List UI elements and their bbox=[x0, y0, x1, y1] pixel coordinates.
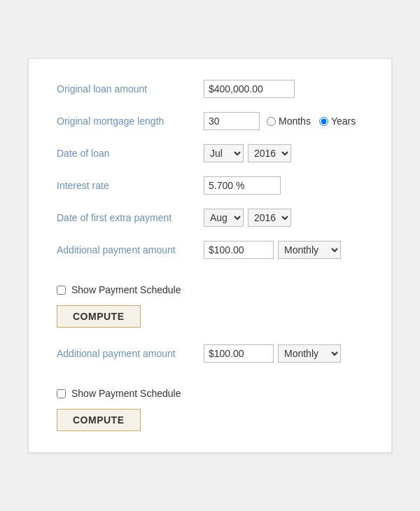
date-of-loan-group: Jul JanFebMarApr MayJunAugSep OctNovDec … bbox=[204, 144, 291, 162]
interest-rate-row: Interest rate bbox=[57, 176, 363, 195]
length-unit-group: Months Years bbox=[267, 115, 356, 127]
additional-payment-input-2[interactable] bbox=[204, 344, 274, 363]
payment-group-2: Monthly Weekly Bi-weekly Yearly bbox=[204, 344, 341, 363]
mortgage-length-label: Original mortgage length bbox=[57, 115, 204, 127]
loan-month-select[interactable]: Jul JanFebMarApr MayJunAugSep OctNovDec bbox=[204, 144, 244, 162]
date-of-loan-label: Date of loan bbox=[57, 148, 204, 159]
loan-amount-label: Original loan amount bbox=[57, 83, 204, 94]
first-extra-date-group: Aug JanFebMarApr MayJunJulSep OctNovDec … bbox=[204, 209, 291, 227]
frequency-select-2[interactable]: Monthly Weekly Bi-weekly Yearly bbox=[278, 344, 341, 363]
loan-amount-input[interactable] bbox=[204, 80, 295, 98]
show-schedule-checkbox-1[interactable] bbox=[57, 286, 66, 295]
show-schedule-row-2: Show Payment Schedule bbox=[57, 388, 363, 399]
show-schedule-checkbox-2[interactable] bbox=[57, 389, 66, 398]
show-schedule-label-2[interactable]: Show Payment Schedule bbox=[71, 388, 181, 399]
compute-button-1[interactable]: COMPUTE bbox=[57, 305, 141, 328]
compute-button-2[interactable]: COMPUTE bbox=[57, 409, 141, 431]
interest-rate-input[interactable] bbox=[204, 176, 281, 195]
additional-payment-row-2: Additional payment amount Monthly Weekly… bbox=[57, 344, 363, 363]
frequency-select-1[interactable]: Monthly Weekly Bi-weekly Yearly bbox=[278, 241, 341, 259]
date-of-loan-row: Date of loan Jul JanFebMarApr MayJunAugS… bbox=[57, 144, 363, 162]
months-radio-label[interactable]: Months bbox=[267, 115, 311, 127]
payment-group-1: Monthly Weekly Bi-weekly Yearly bbox=[204, 241, 341, 259]
additional-payment-row-1: Additional payment amount Monthly Weekly… bbox=[57, 241, 363, 259]
years-label: Years bbox=[331, 115, 356, 127]
mortgage-length-row: Original mortgage length Months Years bbox=[57, 112, 363, 130]
loan-year-select[interactable]: 2016 201320142015 20172018 bbox=[248, 144, 291, 162]
months-label: Months bbox=[279, 115, 311, 127]
mortgage-length-input[interactable] bbox=[204, 112, 260, 130]
years-radio[interactable] bbox=[319, 117, 328, 126]
loan-amount-row: Original loan amount bbox=[57, 80, 363, 98]
spacer-1 bbox=[57, 273, 363, 284]
months-radio[interactable] bbox=[267, 117, 276, 126]
years-radio-label[interactable]: Years bbox=[319, 115, 356, 127]
additional-payment-label-1: Additional payment amount bbox=[57, 244, 204, 255]
extra-month-select[interactable]: Aug JanFebMarApr MayJunJulSep OctNovDec bbox=[204, 209, 244, 227]
show-schedule-label-1[interactable]: Show Payment Schedule bbox=[71, 284, 181, 295]
first-extra-date-row: Date of first extra payment Aug JanFebMa… bbox=[57, 209, 363, 227]
spacer-2 bbox=[57, 328, 363, 344]
interest-rate-label: Interest rate bbox=[57, 180, 204, 191]
additional-payment-input-1[interactable] bbox=[204, 241, 274, 259]
mortgage-calculator-card: Original loan amount Original mortgage l… bbox=[28, 58, 392, 453]
spacer-3 bbox=[57, 377, 363, 388]
additional-payment-label-2: Additional payment amount bbox=[57, 348, 204, 359]
first-extra-date-label: Date of first extra payment bbox=[57, 212, 204, 223]
show-schedule-row-1: Show Payment Schedule bbox=[57, 284, 363, 295]
extra-year-select[interactable]: 2016 20142015 20172018 bbox=[248, 209, 291, 227]
